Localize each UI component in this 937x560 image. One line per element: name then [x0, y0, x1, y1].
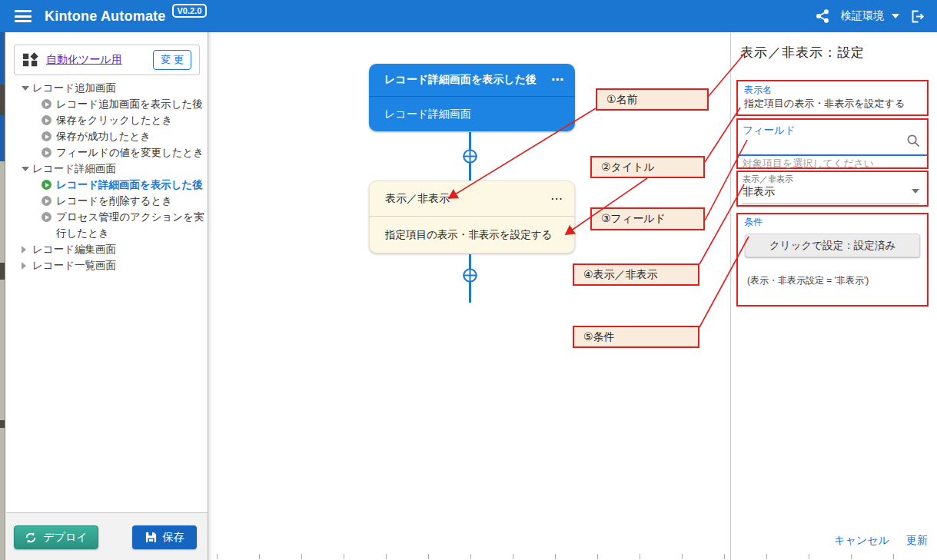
- event-node-subtitle: レコード詳細画面: [369, 97, 575, 131]
- panel-title: 表示／非表示：設定: [740, 44, 865, 61]
- select-caret-icon[interactable]: [912, 189, 919, 194]
- annotation-title: ②タイトル: [590, 156, 705, 178]
- app-title: Kintone Automate: [45, 8, 166, 25]
- tree-item[interactable]: レコードを削除するとき: [14, 193, 206, 209]
- logout-icon[interactable]: [910, 8, 926, 25]
- event-play-icon: [42, 147, 52, 157]
- search-icon[interactable]: [906, 134, 921, 148]
- environment-selector[interactable]: 検証環境: [841, 9, 884, 23]
- save-button[interactable]: 保存: [132, 525, 197, 549]
- event-node[interactable]: レコード詳細画面を表示した後 ⋯ レコード詳細画面: [369, 64, 575, 131]
- deploy-button[interactable]: デプロイ: [14, 525, 98, 549]
- add-node-button[interactable]: [460, 147, 480, 166]
- tree-item[interactable]: プロセス管理のアクションを実行したとき: [14, 209, 206, 241]
- floppy-save-icon: [145, 532, 157, 543]
- tree-item[interactable]: フィールドの値を変更したとき: [14, 144, 206, 161]
- tree-group-record-add[interactable]: レコード追加画面: [14, 80, 206, 96]
- chevron-down-icon[interactable]: [892, 14, 899, 18]
- top-bar: Kintone Automate V0.2.0 検証環境: [0, 0, 937, 32]
- add-node-button[interactable]: [460, 266, 480, 285]
- visibility-select[interactable]: 表示／非表示 非表示: [736, 171, 929, 207]
- visibility-label: 表示／非表示: [743, 174, 921, 184]
- sidebar-footer: デプロイ 保存: [6, 512, 208, 560]
- update-link[interactable]: 更新: [906, 534, 928, 548]
- settings-panel: 表示／非表示：設定 表示名 指定項目の表示・非表示を設定する フィールド 対象項…: [730, 32, 937, 560]
- tree-group-record-edit[interactable]: レコード編集画面: [14, 241, 206, 257]
- tree-item[interactable]: 保存をクリックしたとき: [14, 112, 206, 128]
- caret-down-icon: [22, 86, 29, 91]
- display-name-label: 表示名: [744, 84, 921, 96]
- app-selector-box: 自動化ツール用 変 更: [14, 45, 200, 75]
- app-grid-icon: [22, 51, 39, 68]
- display-name-value[interactable]: 指定項目の表示・非表示を設定する: [744, 96, 921, 111]
- page-scroll-strip[interactable]: [0, 32, 5, 560]
- kintone-automate-app: Kintone Automate V0.2.0 検証環境 自動化ツール用 変 更: [0, 0, 937, 560]
- action-node[interactable]: 表示／非表示 ⋯ 指定項目の表示・非表示を設定する: [369, 181, 575, 253]
- sync-icon: [25, 532, 37, 544]
- field-picker[interactable]: フィールド 対象項目を選択してください: [736, 118, 929, 169]
- action-node-subtitle: 指定項目の表示・非表示を設定する: [370, 217, 574, 253]
- field-label: フィールド: [738, 122, 927, 138]
- visibility-value[interactable]: 非表示: [743, 184, 919, 204]
- event-play-icon-active: [42, 180, 52, 190]
- field-search-input[interactable]: [738, 138, 927, 156]
- event-node-title: レコード詳細画面を表示した後: [384, 73, 537, 87]
- node-menu-icon[interactable]: ⋯: [550, 193, 563, 205]
- flow-canvas[interactable]: レコード詳細画面を表示した後 ⋯ レコード詳細画面 表示／非表示 ⋯ 指定項目の…: [208, 32, 730, 560]
- annotation-visibility: ④表示／非表示: [573, 263, 699, 286]
- sidebar: 自動化ツール用 変 更 レコード追加画面 レコード追加画面を表示した後 保存をク…: [6, 32, 208, 560]
- event-play-icon: [42, 99, 52, 109]
- app-name-link[interactable]: 自動化ツール用: [46, 53, 122, 67]
- event-play-icon: [42, 115, 52, 125]
- cancel-link[interactable]: キャンセル: [834, 534, 889, 548]
- display-name-field[interactable]: 表示名 指定項目の表示・非表示を設定する: [736, 80, 929, 116]
- canvas-ruler-ticks: [217, 554, 930, 559]
- annotation-condition: ⑤条件: [573, 326, 699, 348]
- event-play-icon: [42, 131, 52, 141]
- node-menu-icon[interactable]: ⋯: [551, 74, 564, 86]
- action-node-title: 表示／非表示: [385, 192, 450, 206]
- tree-item[interactable]: 保存が成功したとき: [14, 128, 206, 144]
- annotation-name: ①名前: [596, 88, 709, 111]
- condition-section: 条件 クリックで設定：設定済み (表示・非表示設定 = '非表示'): [736, 213, 929, 307]
- tree-group-record-detail[interactable]: レコード詳細画面: [14, 161, 206, 177]
- hamburger-menu-icon[interactable]: [15, 10, 32, 22]
- condition-label: 条件: [744, 216, 921, 228]
- tree-item-selected[interactable]: レコード詳細画面を表示した後: [14, 177, 206, 193]
- event-play-icon: [42, 196, 52, 206]
- annotation-field: ③フィールド: [590, 207, 705, 230]
- field-placeholder-text: 対象項目を選択してください: [738, 156, 927, 171]
- version-badge: V0.2.0: [172, 4, 208, 18]
- event-play-icon: [42, 212, 52, 222]
- condition-summary: (表示・非表示設定 = '非表示'): [744, 274, 921, 287]
- event-tree: レコード追加画面 レコード追加画面を表示した後 保存をクリックしたとき 保存が成…: [14, 80, 206, 273]
- change-app-button[interactable]: 変 更: [153, 50, 191, 70]
- share-icon[interactable]: [815, 8, 830, 24]
- condition-set-button[interactable]: クリックで設定：設定済み: [745, 234, 920, 257]
- tree-item[interactable]: レコード追加画面を表示した後: [14, 96, 206, 112]
- tree-group-record-list[interactable]: レコード一覧画面: [14, 257, 206, 273]
- caret-right-icon: [22, 262, 26, 270]
- caret-right-icon: [22, 246, 26, 253]
- caret-down-icon: [22, 167, 29, 171]
